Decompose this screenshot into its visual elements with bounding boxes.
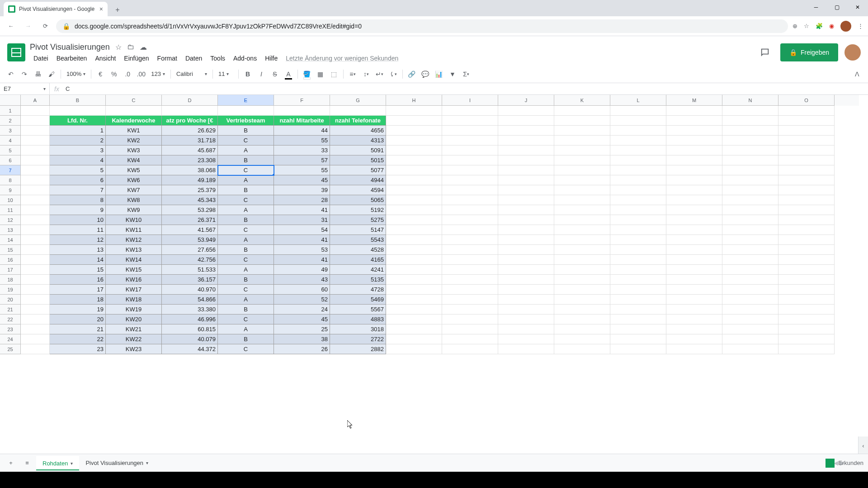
- cell-I15[interactable]: [442, 245, 498, 255]
- cell-A24[interactable]: [21, 334, 50, 344]
- cell-K13[interactable]: [554, 225, 610, 235]
- cell-M23[interactable]: [666, 324, 722, 334]
- bold-icon[interactable]: B: [241, 68, 254, 80]
- selection-handle[interactable]: [272, 174, 274, 175]
- cell-J14[interactable]: [498, 235, 554, 245]
- col-header-O[interactable]: O: [778, 95, 835, 106]
- cell-B13[interactable]: 11: [50, 225, 106, 235]
- cell-B21[interactable]: 19: [50, 305, 106, 314]
- cell-G22[interactable]: 4883: [330, 314, 386, 324]
- nav-back-icon[interactable]: ←: [5, 20, 17, 33]
- cell-N7[interactable]: [722, 165, 778, 175]
- cell-K7[interactable]: [554, 165, 610, 175]
- profile-avatar-small[interactable]: [840, 21, 851, 32]
- spreadsheet-grid[interactable]: ABCDEFGHIJKLMNO 12Lfd. Nr.Kalenderwochea…: [0, 95, 859, 454]
- cell-M11[interactable]: [666, 205, 722, 215]
- cell-I16[interactable]: [442, 255, 498, 265]
- cell-G3[interactable]: 4656: [330, 126, 386, 136]
- explore-button[interactable]: Erkunden: [826, 459, 863, 468]
- row-header[interactable]: 22: [0, 314, 21, 324]
- row-header[interactable]: 25: [0, 344, 21, 354]
- cell-D16[interactable]: 42.756: [162, 255, 218, 265]
- cell-D4[interactable]: 31.718: [162, 136, 218, 145]
- cell-E5[interactable]: A: [218, 145, 274, 155]
- cell-M5[interactable]: [666, 145, 722, 155]
- cell-F6[interactable]: 57: [274, 155, 330, 165]
- row-header[interactable]: 5: [0, 145, 21, 155]
- cell-G1[interactable]: [330, 106, 386, 116]
- cell-I24[interactable]: [442, 334, 498, 344]
- share-button[interactable]: 🔒 Freigeben: [780, 43, 838, 61]
- cell-M13[interactable]: [666, 225, 722, 235]
- cell-N6[interactable]: [722, 155, 778, 165]
- comments-button[interactable]: [756, 43, 774, 61]
- cell-C20[interactable]: KW18: [106, 295, 162, 305]
- menu-daten[interactable]: Daten: [182, 54, 206, 63]
- browser-tab[interactable]: Pivot Visualisierungen - Google ×: [4, 2, 108, 16]
- document-title[interactable]: Pivot Visualisierungen: [30, 42, 110, 52]
- cell-G10[interactable]: 5065: [330, 195, 386, 205]
- cell-A7[interactable]: [21, 165, 50, 175]
- cell-K20[interactable]: [554, 295, 610, 305]
- cell-G6[interactable]: 5015: [330, 155, 386, 165]
- cell-D13[interactable]: 41.567: [162, 225, 218, 235]
- cell-H11[interactable]: [386, 205, 442, 215]
- cell-F18[interactable]: 43: [274, 275, 330, 285]
- nav-forward-icon[interactable]: →: [22, 20, 34, 33]
- cell-B5[interactable]: 3: [50, 145, 106, 155]
- cell-L8[interactable]: [610, 175, 666, 185]
- cell-D3[interactable]: 26.629: [162, 126, 218, 136]
- cell-E8[interactable]: A: [218, 175, 274, 185]
- menu-bearbeiten[interactable]: Bearbeiten: [53, 54, 91, 63]
- cell-N18[interactable]: [722, 275, 778, 285]
- bookmark-icon[interactable]: ☆: [804, 23, 809, 29]
- cell-N20[interactable]: [722, 295, 778, 305]
- cell-A17[interactable]: [21, 265, 50, 275]
- cell-F5[interactable]: 33: [274, 145, 330, 155]
- cell-I4[interactable]: [442, 136, 498, 145]
- cell-E1[interactable]: [218, 106, 274, 116]
- cell-K19[interactable]: [554, 285, 610, 295]
- cell-M25[interactable]: [666, 344, 722, 354]
- cell-A8[interactable]: [21, 175, 50, 185]
- cell-H9[interactable]: [386, 185, 442, 195]
- cell-H15[interactable]: [386, 245, 442, 255]
- cell-O19[interactable]: [778, 285, 835, 295]
- extensions-icon[interactable]: 🧩: [816, 23, 823, 29]
- cell-C25[interactable]: KW23: [106, 344, 162, 354]
- cell-B24[interactable]: 22: [50, 334, 106, 344]
- row-header[interactable]: 8: [0, 175, 21, 185]
- cell-G5[interactable]: 5091: [330, 145, 386, 155]
- cell-E19[interactable]: C: [218, 285, 274, 295]
- row-header[interactable]: 16: [0, 255, 21, 265]
- cell-M12[interactable]: [666, 215, 722, 225]
- cell-J24[interactable]: [498, 334, 554, 344]
- row-header[interactable]: 17: [0, 265, 21, 275]
- cell-A3[interactable]: [21, 126, 50, 136]
- url-field[interactable]: 🔒 docs.google.com/spreadsheets/d/1nVxVrV…: [56, 19, 788, 33]
- cell-L4[interactable]: [610, 136, 666, 145]
- sheet-tab-rohdaten[interactable]: Rohdaten▾: [36, 456, 79, 470]
- cell-J2[interactable]: [498, 116, 554, 126]
- cell-N11[interactable]: [722, 205, 778, 215]
- menu-hilfe[interactable]: Hilfe: [261, 54, 281, 63]
- cell-E6[interactable]: B: [218, 155, 274, 165]
- cell-M22[interactable]: [666, 314, 722, 324]
- cell-L3[interactable]: [610, 126, 666, 136]
- cell-L1[interactable]: [610, 106, 666, 116]
- cell-F2[interactable]: nzahl Mitarbeite: [274, 116, 330, 126]
- cell-E12[interactable]: B: [218, 215, 274, 225]
- cell-C17[interactable]: KW15: [106, 265, 162, 275]
- cell-L19[interactable]: [610, 285, 666, 295]
- col-header-D[interactable]: D: [162, 95, 218, 106]
- cell-G18[interactable]: 5135: [330, 275, 386, 285]
- cell-E4[interactable]: C: [218, 136, 274, 145]
- cell-D15[interactable]: 27.656: [162, 245, 218, 255]
- cell-H19[interactable]: [386, 285, 442, 295]
- cell-F9[interactable]: 39: [274, 185, 330, 195]
- cell-H2[interactable]: [386, 116, 442, 126]
- col-header-L[interactable]: L: [610, 95, 666, 106]
- functions-icon[interactable]: Σ▾: [460, 68, 472, 80]
- cell-F8[interactable]: 45: [274, 175, 330, 185]
- cell-C3[interactable]: KW1: [106, 126, 162, 136]
